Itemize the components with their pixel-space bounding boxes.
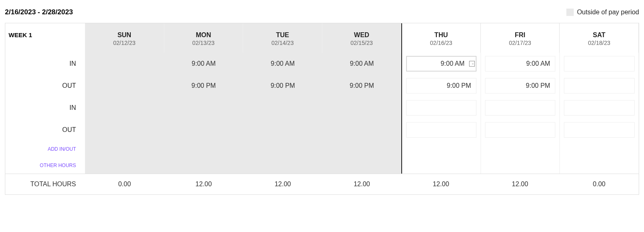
day-name: WED <box>326 31 398 39</box>
time-cell-fri-in1 <box>481 53 560 75</box>
time-input-thu-in1[interactable] <box>406 56 476 71</box>
row-label-in1: IN <box>5 53 85 75</box>
time-input-fri-in1[interactable] <box>485 56 556 71</box>
day-date: 02/15/23 <box>326 40 398 46</box>
time-cell-tue-out1: 9:00 PM <box>243 75 322 97</box>
legend-outside-period: Outside of pay period <box>566 9 639 16</box>
other-hours-button[interactable]: OTHER HOURS <box>5 157 85 174</box>
time-cell-sat-out2 <box>559 119 639 141</box>
time-input-sat-in1[interactable] <box>564 56 635 71</box>
time-input-sat-out2[interactable] <box>564 122 635 138</box>
pay-period-date-range: 2/16/2023 - 2/28/2023 <box>5 8 73 16</box>
time-input-thu-in2[interactable] <box>406 100 476 116</box>
time-cell-wed-in2 <box>322 97 402 119</box>
add-in-out-button[interactable]: ADD IN/OUT <box>5 141 85 157</box>
time-cell-mon-out1: 9:00 PM <box>164 75 244 97</box>
legend-label: Outside of pay period <box>577 9 639 16</box>
day-header-tue: TUE02/14/23 <box>243 23 322 53</box>
time-cell-thu-out2 <box>401 119 481 141</box>
time-value: 9:00 AM <box>271 60 295 67</box>
row-label-out2: OUT <box>5 119 85 141</box>
time-cell-sat-in2 <box>559 97 639 119</box>
spacer-cell <box>322 141 402 157</box>
time-cell-sat-in1 <box>559 53 639 75</box>
total-hours-mon: 12.00 <box>164 174 244 194</box>
time-cell-thu-out1 <box>401 75 481 97</box>
time-cell-mon-out2 <box>164 119 244 141</box>
total-hours-thu: 12.00 <box>401 174 481 194</box>
spacer-cell <box>243 141 322 157</box>
day-name: MON <box>168 31 240 39</box>
day-date: 02/17/23 <box>484 40 556 46</box>
time-input-thu-out1[interactable] <box>406 78 476 94</box>
day-name: FRI <box>484 31 556 39</box>
day-name: THU <box>405 31 477 39</box>
spacer-cell <box>85 141 164 157</box>
clock-icon[interactable] <box>469 61 475 67</box>
day-date: 02/16/23 <box>405 40 477 46</box>
time-cell-thu-in2 <box>401 97 481 119</box>
spacer-cell <box>481 157 560 174</box>
time-cell-tue-in1: 9:00 AM <box>243 53 322 75</box>
total-hours-sun: 0.00 <box>85 174 164 194</box>
spacer-cell <box>559 141 639 157</box>
time-cell-tue-out2 <box>243 119 322 141</box>
spacer-cell <box>401 141 481 157</box>
time-cell-tue-in2 <box>243 97 322 119</box>
time-cell-wed-out2 <box>322 119 402 141</box>
time-cell-sun-in1 <box>85 53 164 75</box>
time-cell-wed-in1: 9:00 AM <box>322 53 402 75</box>
time-cell-mon-in1: 9:00 AM <box>164 53 244 75</box>
time-cell-sun-out1 <box>85 75 164 97</box>
time-cell-thu-in1 <box>401 53 481 75</box>
time-input-fri-out1[interactable] <box>485 78 556 94</box>
time-cell-wed-out1: 9:00 PM <box>322 75 402 97</box>
time-cell-fri-out1 <box>481 75 560 97</box>
day-name: SAT <box>563 31 635 39</box>
legend-swatch <box>566 9 574 16</box>
day-date: 02/12/23 <box>88 40 161 46</box>
spacer-cell <box>322 157 402 174</box>
total-hours-label: TOTAL HOURS <box>5 174 85 194</box>
spacer-cell <box>559 157 639 174</box>
spacer-cell <box>85 157 164 174</box>
time-cell-sat-out1 <box>559 75 639 97</box>
time-input-fri-out2[interactable] <box>485 122 556 138</box>
day-date: 02/18/23 <box>563 40 635 46</box>
time-input-thu-out2[interactable] <box>406 122 476 138</box>
spacer-cell <box>164 141 244 157</box>
time-cell-mon-in2 <box>164 97 244 119</box>
day-header-sun: SUN02/12/23 <box>85 23 164 53</box>
day-date: 02/14/23 <box>246 40 319 46</box>
row-label-out1: OUT <box>5 75 85 97</box>
time-cell-sun-in2 <box>85 97 164 119</box>
total-hours-sat: 0.00 <box>559 174 639 194</box>
day-header-thu: THU02/16/23 <box>401 23 481 53</box>
spacer-cell <box>243 157 322 174</box>
spacer-cell <box>164 157 244 174</box>
spacer-cell <box>401 157 481 174</box>
day-header-wed: WED02/15/23 <box>322 23 402 53</box>
day-name: TUE <box>246 31 319 39</box>
total-hours-tue: 12.00 <box>243 174 322 194</box>
time-input-sat-in2[interactable] <box>564 100 635 116</box>
week-label: WEEK 1 <box>5 23 85 53</box>
total-hours-fri: 12.00 <box>481 174 560 194</box>
time-input-sat-out1[interactable] <box>564 78 635 94</box>
day-header-fri: FRI02/17/23 <box>481 23 560 53</box>
day-date: 02/13/23 <box>168 40 240 46</box>
row-label-in2: IN <box>5 97 85 119</box>
time-input-fri-in2[interactable] <box>485 100 556 116</box>
total-hours-wed: 12.00 <box>322 174 402 194</box>
time-cell-fri-in2 <box>481 97 560 119</box>
day-header-mon: MON02/13/23 <box>164 23 244 53</box>
day-header-sat: SAT02/18/23 <box>559 23 639 53</box>
time-cell-fri-out2 <box>481 119 560 141</box>
time-value: 9:00 PM <box>271 82 295 89</box>
time-value: 9:00 AM <box>350 60 374 67</box>
time-value: 9:00 PM <box>192 82 216 89</box>
spacer-cell <box>481 141 560 157</box>
day-name: SUN <box>88 31 161 39</box>
time-value: 9:00 PM <box>350 82 374 89</box>
time-value: 9:00 AM <box>192 60 216 67</box>
